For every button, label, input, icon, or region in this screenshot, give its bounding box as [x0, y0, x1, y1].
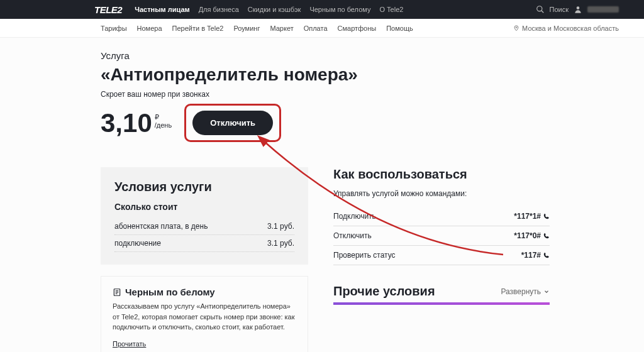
chevron-down-icon [543, 289, 550, 295]
subnav-roaming[interactable]: Роуминг [233, 25, 260, 32]
topnav-cashback[interactable]: Скидки и кэшбэк [248, 6, 301, 13]
subnav-market[interactable]: Маркет [270, 25, 293, 32]
page-title: «Антиопределитель номера» [101, 65, 550, 85]
page-subtitle: Скроет ваш номер при звонках [101, 90, 550, 99]
article-heading: Черным по белому [113, 287, 296, 297]
terms-subheading: Сколько стоит [114, 202, 294, 212]
subnav-payment[interactable]: Оплата [304, 25, 328, 32]
cmd-label: Подключить [333, 212, 376, 221]
breadcrumb: Услуга [101, 50, 550, 61]
howto-intro: Управлять услугой можно командами: [333, 189, 550, 198]
terms-row-label: абонентская плата, в день [114, 222, 208, 231]
region-label: Москва и Московская область [522, 25, 619, 32]
top-right: Поиск [536, 5, 619, 14]
phone-icon [543, 233, 550, 239]
terms-box: Условия услуги Сколько стоит абонентская… [101, 167, 308, 265]
document-icon [113, 288, 121, 297]
col-right: Как воспользоваться Управлять услугой мо… [333, 167, 550, 352]
columns: Условия услуги Сколько стоит абонентская… [101, 167, 550, 352]
cmd-code[interactable]: *117*0# [514, 231, 550, 240]
svg-line-1 [541, 11, 543, 13]
topnav-about[interactable]: О Tele2 [379, 6, 403, 13]
terms-row-label: подключение [114, 239, 161, 248]
phone-icon [543, 213, 550, 219]
content: Услуга «Антиопределитель номера» Скроет … [0, 38, 644, 352]
cmd-row-disable: Отключить *117*0# [333, 226, 550, 246]
price: 3,10 ₽/день [101, 108, 172, 138]
expand-toggle[interactable]: Развернуть [501, 287, 550, 296]
logo[interactable]: TELE2 [94, 4, 122, 15]
phone-icon [543, 252, 550, 258]
cmd-code[interactable]: *117# [521, 251, 550, 260]
svg-point-2 [577, 6, 580, 9]
search-icon[interactable] [536, 5, 545, 14]
cmd-row-enable: Подключить *117*1# [333, 207, 550, 226]
col-left: Условия услуги Сколько стоит абонентская… [101, 167, 308, 352]
cmd-row-status: Проверить статус *117# [333, 246, 550, 265]
topnav-blog[interactable]: Черным по белому [309, 6, 370, 13]
price-row: 3,10 ₽/день Отключить [101, 104, 550, 142]
subnav-numbers[interactable]: Номера [137, 25, 162, 32]
subnav-phones[interactable]: Смартфоны [338, 25, 377, 32]
top-bar: TELE2 Частным лицам Для бизнеса Скидки и… [0, 0, 644, 19]
region-selector[interactable]: Москва и Московская область [513, 25, 619, 32]
read-link[interactable]: Прочитать [113, 340, 146, 348]
price-unit: ₽/день [155, 113, 172, 129]
disable-button[interactable]: Отключить [192, 111, 273, 135]
terms-heading: Условия услуги [114, 180, 294, 194]
subnav-tariffs[interactable]: Тарифы [101, 25, 127, 32]
other-terms-heading: Прочие условия Развернуть [333, 284, 550, 305]
article-body: Рассказываем про услугу «Антиопределител… [113, 301, 296, 333]
user-name-masked[interactable] [587, 6, 619, 13]
svg-point-3 [516, 26, 517, 28]
terms-row-value: 3.1 руб. [267, 222, 294, 231]
user-icon[interactable] [574, 5, 582, 14]
terms-row-value: 3.1 руб. [267, 239, 294, 248]
terms-row-connect: подключение 3.1 руб. [114, 235, 294, 252]
price-value: 3,10 [101, 108, 152, 138]
cmd-code[interactable]: *117*1# [514, 212, 550, 221]
subnav-switch[interactable]: Перейти в Tele2 [172, 25, 224, 32]
cmd-label: Отключить [333, 231, 372, 240]
article-box: Черным по белому Рассказываем про услугу… [101, 276, 308, 352]
subnav-help[interactable]: Помощь [386, 25, 413, 32]
terms-row-fee: абонентская плата, в день 3.1 руб. [114, 218, 294, 235]
svg-point-0 [536, 6, 541, 11]
cmd-label: Проверить статус [333, 251, 396, 260]
topnav-business[interactable]: Для бизнеса [199, 6, 239, 13]
search-label[interactable]: Поиск [550, 6, 569, 13]
sub-nav: Тарифы Номера Перейти в Tele2 Роуминг Ма… [0, 19, 644, 38]
topnav-personal[interactable]: Частным лицам [135, 6, 189, 13]
highlight-box: Отключить [184, 104, 281, 142]
pin-icon [513, 25, 519, 31]
howto-heading: Как воспользоваться [333, 167, 550, 182]
